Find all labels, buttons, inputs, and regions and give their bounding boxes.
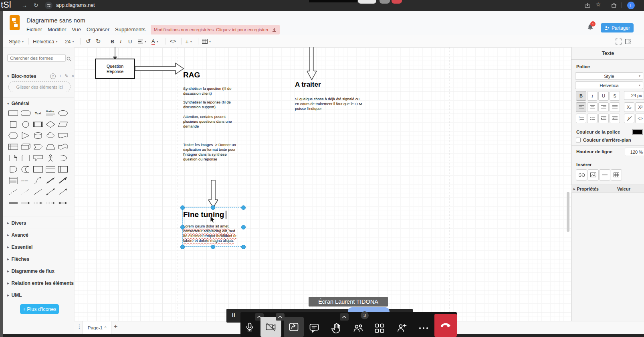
share-screen-button[interactable] <box>284 317 304 337</box>
panel-align-right-button[interactable] <box>598 102 609 112</box>
shape-trapezoid-icon[interactable] <box>45 143 58 151</box>
shape-callout-icon[interactable] <box>33 154 45 162</box>
add-person-icon[interactable] <box>397 323 407 333</box>
selection-handle-s[interactable] <box>211 245 215 249</box>
panel-italic-button[interactable]: I <box>587 91 598 101</box>
sidebar-section-divers[interactable]: ▸Divers <box>3 217 78 229</box>
shape-rectangle-icon[interactable] <box>8 109 20 117</box>
shape-dotted-connector-icon[interactable] <box>45 199 58 207</box>
vertical-scrollbar[interactable] <box>567 192 569 232</box>
scratchpad-section-header[interactable]: ▾Bloc-notes ? + ✎ × <box>3 70 78 82</box>
panel-bullet-list-button[interactable] <box>587 114 598 123</box>
panel-ordered-list-button[interactable]: 12 <box>576 114 586 123</box>
notifications-bell-icon[interactable]: 1 <box>587 24 594 33</box>
shape-heading-icon[interactable]: Heading <box>45 109 58 117</box>
node-rag-p1[interactable]: Synthétiser la question (fil de discussi… <box>183 86 237 96</box>
chat-icon[interactable] <box>309 323 319 334</box>
menu-organiser[interactable]: Organiser <box>87 26 109 32</box>
italic-button[interactable]: I <box>120 35 121 47</box>
shape-container-title-icon[interactable] <box>45 165 58 173</box>
apps-grid-icon[interactable] <box>375 323 384 333</box>
selection-handle-nw[interactable] <box>180 205 185 210</box>
shape-arrow-icon[interactable] <box>58 177 70 185</box>
panel-underline-button[interactable]: U <box>598 91 609 101</box>
add-icon[interactable]: + <box>59 73 61 79</box>
font-size-dropdown[interactable]: 24▾ <box>65 35 74 47</box>
shape-data-storage-icon[interactable] <box>20 165 33 173</box>
menu-vue[interactable]: Vue <box>72 26 81 32</box>
font-family-select[interactable]: Helvetica▾ <box>575 81 643 89</box>
node-atraiter-title[interactable]: A traiter <box>295 81 321 89</box>
selection-handle-se[interactable] <box>241 245 246 249</box>
font-dropdown[interactable]: Helvetica▾ <box>33 35 57 47</box>
panel-align-left-button[interactable] <box>576 102 586 112</box>
node-rag-p2[interactable]: Synthétiser la réponse (fil de discussio… <box>183 100 237 110</box>
shape-cube-icon[interactable] <box>20 143 33 151</box>
selection-handle-n[interactable] <box>211 205 215 210</box>
shape-or-icon[interactable] <box>58 154 70 162</box>
shape-dotted-line-icon[interactable] <box>20 188 33 196</box>
bold-button[interactable]: B <box>111 35 114 47</box>
selection-handle-sw[interactable] <box>180 245 185 249</box>
more-shapes-button[interactable]: + Plus d'icones <box>20 304 59 314</box>
pause-icon[interactable]: II <box>232 313 236 318</box>
panel-align-center-button[interactable] <box>587 102 598 112</box>
more-options-icon[interactable] <box>418 327 429 330</box>
install-icon[interactable] <box>584 2 591 10</box>
url-bar[interactable]: app.diagrams.net <box>56 2 95 8</box>
node-rag-title[interactable]: RAG <box>183 71 200 79</box>
help-icon[interactable]: ? <box>50 73 56 79</box>
background-color-checkbox[interactable] <box>576 138 581 142</box>
shape-container-icon[interactable] <box>33 165 45 173</box>
table-dropdown[interactable]: ▾ <box>202 35 211 47</box>
scratchpad-drop-area[interactable]: Glisser des éléments ici <box>8 81 71 92</box>
hang-up-button[interactable] <box>434 314 457 337</box>
shape-internal-storage-icon[interactable] <box>8 143 20 151</box>
camera-options-chevron-icon[interactable] <box>276 313 285 321</box>
profile-avatar[interactable]: L <box>627 2 635 9</box>
shape-bidirectional-arrow-icon[interactable] <box>45 177 58 185</box>
page-tab[interactable]: Page-1 ^ <box>83 321 111 334</box>
panel-superscript-button[interactable]: X² <box>635 102 644 112</box>
shape-and-icon[interactable] <box>8 165 20 173</box>
shape-directional-connector-icon[interactable] <box>58 188 70 196</box>
underline-button[interactable]: U <box>128 35 132 47</box>
site-info-icon[interactable] <box>45 2 52 9</box>
shape-step-icon[interactable] <box>33 143 45 151</box>
document-title[interactable]: Diagramme sans nom <box>26 17 85 24</box>
add-page-button[interactable]: + <box>114 323 117 330</box>
shape-circle-icon[interactable] <box>20 120 33 128</box>
shape-bold-line-icon[interactable] <box>8 199 20 207</box>
insert-horizontal-rule-button[interactable] <box>599 169 610 181</box>
undo-icon[interactable]: ↺ <box>86 35 91 47</box>
participants-icon[interactable] <box>353 323 363 333</box>
panel-subscript-button[interactable]: X₂ <box>624 102 634 112</box>
shape-document-icon[interactable] <box>58 132 70 140</box>
sidebar-section-uml[interactable]: ▸UML <box>3 289 78 301</box>
sidebar-section-avance[interactable]: ▸Avancé <box>3 229 78 241</box>
sidebar-section-flux[interactable]: ▸Diagramme de flux <box>3 265 78 277</box>
shape-rounded-rectangle-icon[interactable] <box>20 109 33 117</box>
shape-list-icon[interactable] <box>8 177 20 185</box>
general-section-header[interactable]: ▾Général <box>3 97 78 110</box>
node-rag-p4[interactable]: Traiter les images -> Donner un explicat… <box>183 142 238 162</box>
shape-cylinder-icon[interactable] <box>33 132 45 140</box>
shape-text-icon[interactable]: Text <box>33 109 45 117</box>
shape-diamond-icon[interactable] <box>45 120 58 128</box>
node-atraiter-body[interactable]: Si quelque chose à déjà été signalé ou e… <box>295 97 364 111</box>
bookmark-star-icon[interactable]: ☆ <box>596 2 601 7</box>
shape-cloud-icon[interactable] <box>45 132 58 140</box>
shape-parallelogram-icon[interactable] <box>58 120 70 128</box>
reload-icon[interactable]: ↻ <box>34 2 38 8</box>
shape-process-icon[interactable] <box>33 120 45 128</box>
selection-handle-ne[interactable] <box>241 205 246 210</box>
mic-icon[interactable] <box>244 323 255 333</box>
shape-square-icon[interactable] <box>8 120 20 128</box>
shape-card-icon[interactable] <box>20 154 33 162</box>
properties-header[interactable]: ▸ Propriétés Valeur <box>571 185 644 193</box>
shape-hexagon-icon[interactable] <box>8 132 20 140</box>
pages-menu-icon[interactable]: ⋮ <box>77 323 82 330</box>
panel-clear-format-button[interactable]: T <box>624 114 634 123</box>
node-rag-p3[interactable]: Attention, certains posent plusieurs que… <box>183 114 237 129</box>
shape-note-icon[interactable] <box>8 154 20 162</box>
